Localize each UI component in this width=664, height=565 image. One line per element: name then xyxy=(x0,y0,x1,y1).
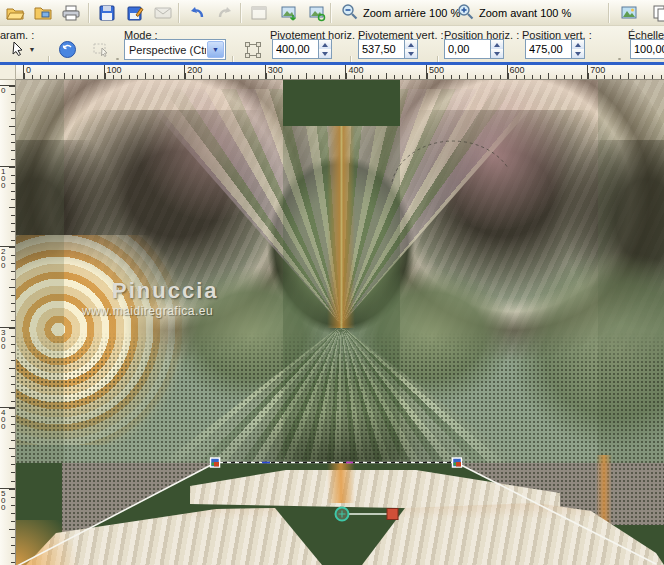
toolbar-separator xyxy=(330,3,332,23)
ruler-segment: 700 xyxy=(587,65,664,79)
zoom-out-button[interactable]: Zoom arrière 100 % xyxy=(336,1,465,25)
ruler-segment: 300 xyxy=(0,327,15,408)
vertical-ruler[interactable]: 0 100 200 300 400 500 xyxy=(0,80,16,565)
horizontal-ruler[interactable]: 0 100 200 300 400 500 600 700 xyxy=(16,65,664,80)
ruler-segment: 500 xyxy=(0,488,15,565)
marching-ants-arc xyxy=(392,141,508,182)
chevron-down-icon: ▼ xyxy=(29,46,36,53)
pointer-icon xyxy=(9,40,27,58)
combo-arrow-icon[interactable]: ▼ xyxy=(207,41,224,58)
capture-alt-icon[interactable] xyxy=(304,1,330,25)
bounding-box-icon xyxy=(244,41,262,59)
ruler-segment: 500 xyxy=(426,65,507,79)
zoom-out-label: Zoom arrière 100 % xyxy=(363,7,460,19)
ruler-segment: 100 xyxy=(0,166,15,247)
ruler-segment: 100 xyxy=(104,65,185,79)
zoom-out-icon xyxy=(341,3,359,23)
mail-icon[interactable] xyxy=(150,1,176,25)
ruler-segment: 600 xyxy=(507,65,588,79)
perspective-edge-right[interactable] xyxy=(457,463,656,564)
zoom-in-button[interactable]: Zoom avant 100 % xyxy=(452,1,576,25)
bounding-box-button[interactable] xyxy=(240,38,266,62)
position-h-input[interactable] xyxy=(444,39,490,59)
print-icon[interactable] xyxy=(58,1,84,25)
ruler-segment: 0 xyxy=(0,85,15,166)
save-as-icon[interactable] xyxy=(122,1,148,25)
toolbar-separator xyxy=(240,3,242,23)
browse-icon[interactable] xyxy=(30,1,56,25)
zoom-in-label: Zoom avant 100 % xyxy=(479,7,571,19)
pivot-h-input[interactable] xyxy=(272,39,318,59)
corner-handle-left[interactable] xyxy=(211,458,220,467)
toolbar-separator xyxy=(608,3,610,23)
window-icon[interactable] xyxy=(246,1,272,25)
mode-value: Perspective (Ctrl) xyxy=(125,44,206,56)
ruler-segment: 400 xyxy=(345,65,426,79)
deform-button[interactable] xyxy=(88,37,114,61)
pivot-v-spinner[interactable] xyxy=(404,39,418,59)
position-h-spinner[interactable] xyxy=(490,39,504,59)
position-v-spinner[interactable] xyxy=(571,39,585,59)
pivot-handle[interactable] xyxy=(336,508,349,521)
toolbar-separator xyxy=(178,3,180,23)
deform-icon xyxy=(92,40,111,59)
toolbar-separator xyxy=(88,3,90,23)
redo-icon[interactable] xyxy=(212,1,238,25)
ruler-corner xyxy=(0,65,16,80)
ruler-segment: 200 xyxy=(0,246,15,327)
capture-icon[interactable] xyxy=(276,1,302,25)
ruler-segment: 0 xyxy=(23,65,104,79)
image-canvas[interactable]: Pinuccia www.maidiregrafica.eu xyxy=(16,80,664,565)
app-window: Zoom arrière 100 % Zoom avant 100 % aram… xyxy=(0,0,664,565)
selection-overlay xyxy=(16,80,664,565)
ruler-segment: 400 xyxy=(0,407,15,488)
save-icon[interactable] xyxy=(94,1,120,25)
perspective-edge-left[interactable] xyxy=(17,463,215,565)
reset-icon xyxy=(58,40,77,59)
undo-icon[interactable] xyxy=(184,1,210,25)
reset-button[interactable] xyxy=(54,37,80,61)
pivot-h-spinner[interactable] xyxy=(318,39,332,59)
pick-tool-dropdown[interactable]: ▼ xyxy=(2,37,42,61)
image-icon[interactable] xyxy=(616,1,642,25)
pivot-v-input[interactable] xyxy=(358,39,404,59)
mode-select[interactable]: Perspective (Ctrl) ▼ xyxy=(124,39,226,60)
main-toolbar: Zoom arrière 100 % Zoom avant 100 % xyxy=(0,0,664,26)
zoom-in-icon xyxy=(457,3,475,23)
scale-h-input[interactable] xyxy=(630,39,664,59)
ruler-segment: 300 xyxy=(265,65,346,79)
position-v-input[interactable] xyxy=(525,39,571,59)
copy-icon[interactable] xyxy=(648,1,664,25)
tool-options-bar: aram. : ▼ Mode : Perspective (Ctrl) ▼ Pi… xyxy=(0,26,664,62)
rotation-handle[interactable] xyxy=(387,509,398,520)
corner-handle-right[interactable] xyxy=(453,458,462,467)
open-icon[interactable] xyxy=(2,1,28,25)
ruler-segment: 200 xyxy=(184,65,265,79)
